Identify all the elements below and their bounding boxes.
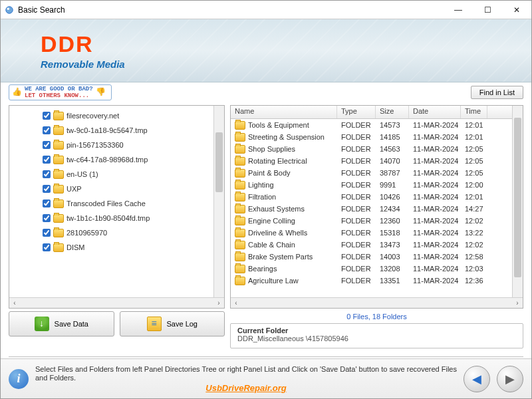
cell-size: 13351 — [376, 277, 409, 285]
tree-item[interactable]: UXP — [43, 182, 213, 196]
save-data-button[interactable]: Save Data — [9, 311, 114, 336]
thumbs-down-icon: 👎 — [96, 89, 106, 96]
table-row[interactable]: Tools & EquipmentFOLDER1457311-MAR-20241… — [231, 119, 512, 131]
cell-type: FOLDER — [337, 277, 376, 285]
tree-checkbox[interactable] — [43, 185, 51, 193]
minimize-button[interactable]: — — [444, 1, 473, 19]
cell-date: 11-MAR-2024 — [409, 253, 461, 261]
cell-size: 10426 — [376, 193, 409, 201]
col-type[interactable]: Type — [337, 106, 376, 118]
feedback-link[interactable]: 👍 WE ARE GOOD OR BAD? LET OTHERS KNOW...… — [9, 84, 112, 100]
tree-item[interactable]: tw-c64-17a8-98968d.tmp — [43, 152, 213, 167]
table-row[interactable]: Exhaust SystemsFOLDER1243411-MAR-202414:… — [231, 203, 512, 215]
table-row[interactable]: Cable & ChainFOLDER1347311-MAR-202412:02 — [231, 239, 512, 251]
directory-tree[interactable]: filesrecovery.nettw-9c0-1a18-9c5647.tmpp… — [9, 106, 213, 297]
thumbs-up-icon: 👍 — [12, 89, 22, 96]
col-size[interactable]: Size — [376, 106, 409, 118]
cell-name: Filtration — [248, 193, 276, 201]
cell-name: Shop Supplies — [248, 145, 295, 153]
tree-checkbox[interactable] — [43, 229, 51, 237]
cell-time: 12:36 — [461, 277, 487, 285]
tree-item[interactable]: DISM — [43, 240, 213, 255]
tree-item[interactable]: tw-9c0-1a18-9c5647.tmp — [43, 123, 213, 138]
tree-checkbox[interactable] — [43, 214, 51, 222]
site-link[interactable]: UsbDriveRepair.org — [35, 384, 457, 392]
list-hscroll[interactable]: ‹› — [231, 297, 523, 308]
cell-size: 14070 — [376, 157, 409, 165]
tree-item[interactable]: Transcoded Files Cache — [43, 196, 213, 211]
cell-size: 13208 — [376, 265, 409, 273]
tree-checkbox[interactable] — [43, 112, 51, 120]
tree-item[interactable]: 2810965970 — [43, 225, 213, 240]
next-button[interactable]: ▶ — [497, 366, 523, 392]
tree-scrollbar[interactable] — [213, 106, 224, 297]
table-row[interactable]: Streeting & SuspensionFOLDER1418511-MAR-… — [231, 131, 512, 143]
cell-time: 12:05 — [461, 157, 487, 165]
cell-date: 11-MAR-2024 — [409, 277, 461, 285]
cell-size: 38787 — [376, 169, 409, 177]
cell-time: 12:02 — [461, 217, 487, 225]
grid-body[interactable]: Tools & EquipmentFOLDER1457311-MAR-20241… — [231, 119, 512, 287]
tree-checkbox[interactable] — [43, 200, 51, 207]
tree-item[interactable]: en-US (1) — [43, 167, 213, 182]
folder-icon — [235, 169, 245, 178]
table-row[interactable]: Paint & BodyFOLDER3878711-MAR-202412:05 — [231, 167, 512, 179]
table-row[interactable]: Rotating ElectricalFOLDER1407011-MAR-202… — [231, 155, 512, 167]
tree-item[interactable]: filesrecovery.net — [43, 108, 213, 123]
tree-label: Transcoded Files Cache — [66, 200, 146, 207]
cell-date: 11-MAR-2024 — [409, 181, 461, 189]
tree-checkbox[interactable] — [43, 243, 51, 251]
save-log-button[interactable]: Save Log — [120, 311, 225, 336]
folder-icon — [53, 170, 64, 179]
table-row[interactable]: BearingsFOLDER1320811-MAR-202412:03 — [231, 263, 512, 275]
app-icon — [5, 5, 14, 15]
table-row[interactable]: Brake System PartsFOLDER1400311-MAR-2024… — [231, 251, 512, 263]
tree-checkbox[interactable] — [43, 126, 51, 134]
brand-logo: DDR — [41, 31, 531, 57]
table-row[interactable]: Agriculture LawFOLDER1335111-MAR-202412:… — [231, 275, 512, 287]
cell-type: FOLDER — [337, 133, 376, 141]
tree-label: tw-9c0-1a18-9c5647.tmp — [66, 126, 148, 134]
folder-icon — [235, 277, 245, 285]
col-date[interactable]: Date — [409, 106, 461, 118]
cell-type: FOLDER — [337, 253, 376, 261]
table-row[interactable]: Engine CollingFOLDER1236011-MAR-202412:0… — [231, 215, 512, 227]
col-name[interactable]: Name — [231, 106, 337, 118]
tree-item[interactable]: tw-1b1c-1b90-8504fd.tmp — [43, 211, 213, 225]
table-row[interactable]: LightingFOLDER999111-MAR-202412:00 — [231, 179, 512, 191]
cell-date: 11-MAR-2024 — [409, 265, 461, 273]
cell-size: 13473 — [376, 241, 409, 249]
cell-date: 11-MAR-2024 — [409, 121, 461, 129]
cell-date: 11-MAR-2024 — [409, 145, 461, 153]
list-scrollbar[interactable] — [512, 106, 523, 297]
table-row[interactable]: Shop SuppliesFOLDER1456311-MAR-202412:05 — [231, 143, 512, 155]
cell-name: Agriculture Law — [248, 277, 299, 285]
tree-checkbox[interactable] — [43, 141, 51, 149]
prev-button[interactable]: ◀ — [464, 366, 490, 392]
cell-type: FOLDER — [337, 241, 376, 249]
tree-checkbox[interactable] — [43, 170, 51, 178]
grid-header[interactable]: Name Type Size Date Time — [231, 106, 512, 119]
table-row[interactable]: Driveline & WhellsFOLDER1531811-MAR-2024… — [231, 227, 512, 239]
cell-date: 11-MAR-2024 — [409, 217, 461, 225]
cell-date: 11-MAR-2024 — [409, 205, 461, 213]
cell-name: Paint & Body — [248, 169, 291, 177]
tree-label: DISM — [66, 243, 85, 251]
tree-checkbox[interactable] — [43, 156, 51, 164]
maximize-button[interactable]: ☐ — [473, 1, 502, 19]
tree-item[interactable]: pin-15671353360 — [43, 138, 213, 152]
cell-name: Streeting & Suspension — [248, 133, 325, 141]
cell-type: FOLDER — [337, 157, 376, 165]
table-row[interactable]: FiltrationFOLDER1042611-MAR-202412:01 — [231, 191, 512, 203]
status-counts: 0 Files, 18 Folders — [230, 311, 523, 322]
cell-date: 11-MAR-2024 — [409, 229, 461, 237]
close-button[interactable]: ✕ — [502, 1, 531, 19]
tree-hscroll[interactable]: ‹› — [9, 297, 224, 308]
folder-icon — [53, 141, 64, 150]
cell-type: FOLDER — [337, 229, 376, 237]
cell-time: 12:02 — [461, 241, 487, 249]
col-time[interactable]: Time — [461, 106, 487, 118]
titlebar: Basic Search — ☐ ✕ — [1, 1, 531, 19]
feedback-line1: WE ARE GOOD OR BAD? — [25, 86, 93, 92]
find-in-list-button[interactable]: Find in List — [471, 86, 523, 99]
